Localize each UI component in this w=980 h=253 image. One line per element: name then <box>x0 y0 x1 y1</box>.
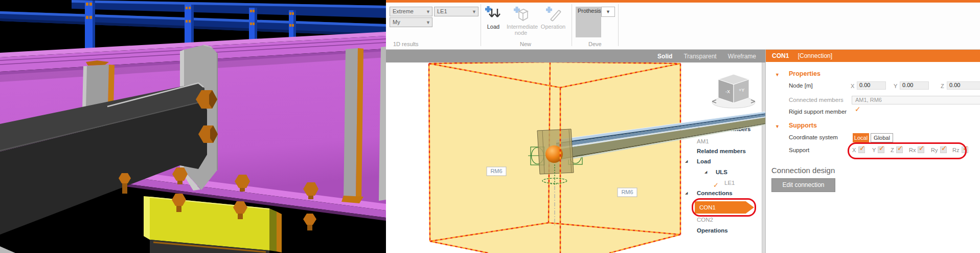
tree-item-con1-selected[interactable]: CON1 <box>695 201 754 214</box>
prothesis-dropdown-arrow[interactable]: ▼ <box>601 7 615 17</box>
load-button[interactable]: Load <box>479 4 508 40</box>
y-axis-label: Y <box>894 83 897 89</box>
support-axis-symbol <box>542 164 567 226</box>
render-mode-wireframe[interactable]: Wireframe <box>728 53 756 60</box>
group-label-1d-results: 1D results <box>393 41 419 47</box>
local-toggle[interactable]: Local <box>853 133 869 142</box>
bridge-3d-viewport[interactable] <box>0 0 386 253</box>
operation-button[interactable]: Operation <box>539 4 567 40</box>
check-icon[interactable]: ✓ <box>713 181 719 189</box>
tree-item-le1[interactable]: LE1 <box>724 180 735 186</box>
connected-members-field: AM1, RM6 <box>852 96 980 104</box>
panel-header: CON1 [Connection] <box>766 50 980 62</box>
x-axis-label: X <box>851 83 854 89</box>
connection-design-heading: Connection design <box>771 166 835 175</box>
tree-expander-icon[interactable]: ◢ <box>704 170 707 174</box>
svg-text:RM6: RM6 <box>621 189 633 195</box>
check-icon: ✓ <box>963 144 969 152</box>
check-icon: ✓ <box>879 144 885 152</box>
supports-section-heading: Supports <box>789 122 817 129</box>
coordinate-system-label: Coordinate system <box>789 134 838 140</box>
dof-x-label: X <box>852 147 856 153</box>
dof-rx-checkbox[interactable]: ✓ <box>918 146 924 153</box>
z-axis-label: Z <box>941 83 944 89</box>
check-icon: ✓ <box>855 105 861 113</box>
render-mode-transparent[interactable]: Transparent <box>683 53 716 60</box>
dof-z-checkbox[interactable]: ✓ <box>896 146 903 153</box>
railing-post <box>289 10 296 38</box>
dof-ry-label: Ry <box>931 147 938 153</box>
chevron-down-icon: ▼ <box>472 8 476 16</box>
member-label: RM6 <box>618 188 637 197</box>
chevron-down-icon: ▼ <box>426 18 430 27</box>
section-collapse-icon[interactable]: ▼ <box>775 72 780 77</box>
group-divider <box>618 4 619 46</box>
tree-item-related-members[interactable]: Related members <box>697 148 746 154</box>
ribbon-toolbar: Extreme▼ My▼ LE1▼ 1D results Load Interm… <box>386 0 980 50</box>
dof-y-label: Y <box>872 147 876 153</box>
check-icon: ✓ <box>897 144 903 152</box>
tree-item-load[interactable]: Load <box>697 158 711 164</box>
dof-rz-checkbox[interactable]: ✓ <box>962 146 968 153</box>
group-label-deve: Deve <box>588 41 602 47</box>
tree-item-con2[interactable]: CON2 <box>697 217 713 223</box>
properties-panel: CON1 [Connection] ▼ Properties Node [m] … <box>765 50 980 253</box>
tree-item-analysed-members[interactable]: Analysed members <box>697 126 750 132</box>
tree-item-uls[interactable]: ULS <box>716 169 727 175</box>
tree-expander-icon[interactable]: ◢ <box>685 159 688 163</box>
node-label: Node [m] <box>789 82 813 89</box>
render-mode-solid[interactable]: Solid <box>657 53 672 60</box>
group-divider <box>572 4 572 46</box>
dof-y-checkbox[interactable]: ✓ <box>878 146 884 153</box>
connection-3d-viewport[interactable]: Solid Transparent Wireframe Analysed mem… <box>386 50 765 253</box>
dof-x-checkbox[interactable]: ✓ <box>858 146 865 153</box>
dof-rz-label: Rz <box>952 147 959 153</box>
dof-z-label: Z <box>891 147 894 153</box>
connected-members-label: Connected members <box>789 97 844 103</box>
edit-connection-button[interactable]: Edit connection <box>771 178 835 192</box>
bridge-3d-render <box>0 0 386 253</box>
global-toggle[interactable]: Global <box>871 133 893 142</box>
app-window: Extreme▼ My▼ LE1▼ 1D results Load Interm… <box>0 0 980 253</box>
tree-item-operations[interactable]: Operations <box>697 227 728 234</box>
annotation-circle-supports <box>848 142 967 159</box>
check-icon: ✓ <box>941 144 947 152</box>
member-label: RM6 <box>487 167 506 176</box>
selection-cube <box>429 62 680 253</box>
intermediate-node-button[interactable]: Intermediate node <box>507 4 535 40</box>
loadcase-dropdown[interactable]: LE1▼ <box>434 7 478 16</box>
panel-title-suffix: [Connection] <box>798 52 832 59</box>
tree-expander-icon[interactable]: ◢ <box>685 191 688 195</box>
properties-section-heading: Properties <box>789 70 821 77</box>
render-mode-toolbar: Solid Transparent Wireframe <box>386 50 765 62</box>
dof-rx-label: Rx <box>909 147 916 153</box>
dof-ry-checkbox[interactable]: ✓ <box>940 146 947 153</box>
support-label: Support <box>789 147 809 153</box>
panel-title: CON1 <box>772 52 789 59</box>
section-collapse-icon[interactable]: ▼ <box>775 124 780 129</box>
group-label-new: New <box>520 41 531 47</box>
operation-icon <box>544 5 562 24</box>
railing-post <box>249 8 257 40</box>
connection-node-sphere[interactable] <box>545 145 563 163</box>
tree-item-am1[interactable]: AM1 <box>697 138 709 144</box>
node-y-input[interactable]: 0.00 <box>900 81 929 90</box>
railing-post <box>185 5 194 44</box>
support-symbol <box>528 146 584 165</box>
railing-post <box>85 1 95 48</box>
check-icon: ✓ <box>859 144 865 152</box>
node-z-input[interactable]: 0.00 <box>947 81 980 90</box>
extreme-dropdown[interactable]: Extreme▼ <box>390 7 432 16</box>
component-dropdown[interactable]: My▼ <box>390 17 432 27</box>
chevron-down-icon: ▼ <box>426 8 430 16</box>
node-x-input[interactable]: 0.00 <box>857 81 886 90</box>
load-icon <box>484 5 503 24</box>
intermediate-node-icon <box>512 5 530 24</box>
tree-item-connections[interactable]: Connections <box>697 190 733 196</box>
prothesis-gallery[interactable]: Prothesis <box>576 7 601 37</box>
model-tree: Analysed members AM1 Related members ◢ L… <box>682 50 765 253</box>
rigid-support-checkbox[interactable]: ✓ <box>854 108 860 114</box>
connection-plate <box>537 129 574 174</box>
svg-text:RM6: RM6 <box>490 168 502 174</box>
ribbon-accent-strip <box>386 0 980 3</box>
